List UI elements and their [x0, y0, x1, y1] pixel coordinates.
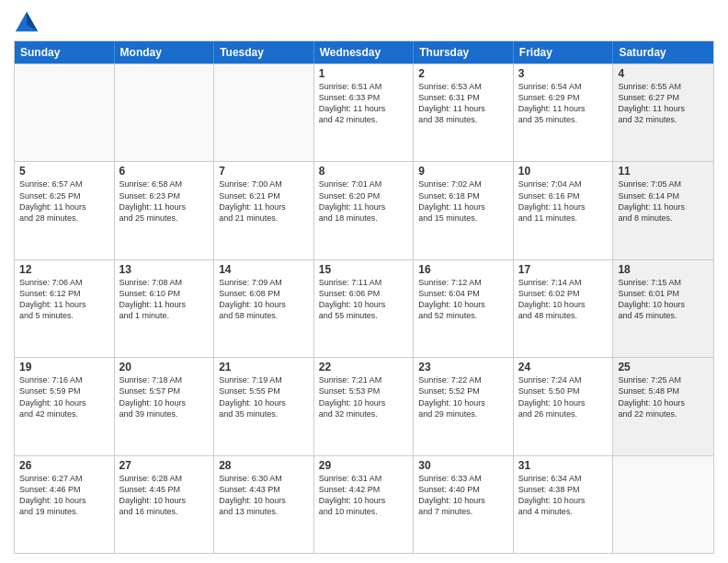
cell-text: Sunrise: 7:21 AM Sunset: 5:53 PM Dayligh…: [319, 374, 409, 419]
cell-text: Sunrise: 6:51 AM Sunset: 6:33 PM Dayligh…: [319, 81, 409, 126]
cal-cell: 24Sunrise: 7:24 AM Sunset: 5:50 PM Dayli…: [514, 358, 614, 454]
cal-cell: 15Sunrise: 7:11 AM Sunset: 6:06 PM Dayli…: [314, 260, 415, 357]
cell-text: Sunrise: 7:25 AM Sunset: 5:48 PM Dayligh…: [618, 374, 709, 419]
day-number: 15: [319, 263, 409, 276]
cell-text: Sunrise: 7:14 AM Sunset: 6:02 PM Dayligh…: [518, 277, 609, 322]
cell-text: Sunrise: 6:31 AM Sunset: 4:42 PM Dayligh…: [319, 473, 409, 518]
cal-header-saturday: Saturday: [613, 41, 713, 63]
cal-cell: [214, 64, 314, 161]
cal-header-friday: Friday: [514, 41, 614, 63]
day-number: 1: [319, 67, 409, 80]
cell-text: Sunrise: 7:18 AM Sunset: 5:57 PM Dayligh…: [119, 374, 210, 419]
day-number: 27: [119, 459, 210, 472]
day-number: 4: [618, 67, 709, 80]
cell-text: Sunrise: 6:30 AM Sunset: 4:43 PM Dayligh…: [219, 473, 309, 518]
cal-header-sunday: Sunday: [15, 41, 115, 63]
day-number: 23: [418, 361, 508, 373]
cal-cell: 20Sunrise: 7:18 AM Sunset: 5:57 PM Dayli…: [115, 358, 215, 454]
cell-text: Sunrise: 7:08 AM Sunset: 6:10 PM Dayligh…: [119, 277, 210, 322]
cal-cell: 21Sunrise: 7:19 AM Sunset: 5:55 PM Dayli…: [214, 358, 314, 454]
cal-week-4: 19Sunrise: 7:16 AM Sunset: 5:59 PM Dayli…: [15, 357, 713, 454]
cal-cell: 22Sunrise: 7:21 AM Sunset: 5:53 PM Dayli…: [314, 358, 415, 454]
cal-week-5: 26Sunrise: 6:27 AM Sunset: 4:46 PM Dayli…: [15, 455, 713, 553]
day-number: 12: [19, 263, 109, 276]
cell-text: Sunrise: 7:15 AM Sunset: 6:01 PM Dayligh…: [618, 277, 709, 322]
cell-text: Sunrise: 6:34 AM Sunset: 4:38 PM Dayligh…: [518, 473, 609, 518]
day-number: 25: [618, 361, 709, 373]
page: SundayMondayTuesdayWednesdayThursdayFrid…: [0, 0, 728, 563]
header: [14, 9, 714, 35]
day-number: 9: [418, 165, 508, 178]
day-number: 6: [119, 165, 210, 178]
day-number: 24: [518, 361, 609, 373]
day-number: 13: [119, 263, 210, 276]
cal-cell: 13Sunrise: 7:08 AM Sunset: 6:10 PM Dayli…: [115, 260, 215, 357]
cal-cell: 31Sunrise: 6:34 AM Sunset: 4:38 PM Dayli…: [514, 456, 614, 553]
day-number: 14: [219, 263, 309, 276]
cell-text: Sunrise: 6:28 AM Sunset: 4:45 PM Dayligh…: [119, 473, 210, 518]
cell-text: Sunrise: 6:55 AM Sunset: 6:27 PM Dayligh…: [618, 81, 709, 126]
day-number: 28: [219, 459, 309, 472]
cell-text: Sunrise: 6:27 AM Sunset: 4:46 PM Dayligh…: [19, 473, 109, 518]
cal-cell: 18Sunrise: 7:15 AM Sunset: 6:01 PM Dayli…: [613, 260, 713, 357]
cal-cell: 28Sunrise: 6:30 AM Sunset: 4:43 PM Dayli…: [214, 456, 314, 553]
cal-header-thursday: Thursday: [414, 41, 514, 63]
cell-text: Sunrise: 7:11 AM Sunset: 6:06 PM Dayligh…: [319, 277, 409, 322]
logo: [14, 9, 43, 35]
cal-cell: 5Sunrise: 6:57 AM Sunset: 6:25 PM Daylig…: [15, 162, 115, 259]
day-number: 26: [19, 459, 109, 472]
cell-text: Sunrise: 7:00 AM Sunset: 6:21 PM Dayligh…: [219, 178, 309, 224]
cal-header-tuesday: Tuesday: [214, 41, 314, 63]
cal-cell: 17Sunrise: 7:14 AM Sunset: 6:02 PM Dayli…: [514, 260, 614, 357]
day-number: 18: [618, 263, 709, 276]
calendar: SundayMondayTuesdayWednesdayThursdayFrid…: [14, 40, 714, 554]
cell-text: Sunrise: 6:53 AM Sunset: 6:31 PM Dayligh…: [418, 81, 508, 126]
day-number: 11: [618, 165, 709, 178]
cal-cell: 26Sunrise: 6:27 AM Sunset: 4:46 PM Dayli…: [15, 456, 115, 553]
cal-week-1: 1Sunrise: 6:51 AM Sunset: 6:33 PM Daylig…: [15, 63, 713, 161]
cell-text: Sunrise: 6:58 AM Sunset: 6:23 PM Dayligh…: [119, 178, 210, 224]
cell-text: Sunrise: 6:57 AM Sunset: 6:25 PM Dayligh…: [19, 178, 109, 224]
cal-cell: 9Sunrise: 7:02 AM Sunset: 6:18 PM Daylig…: [414, 162, 514, 259]
cell-text: Sunrise: 6:54 AM Sunset: 6:29 PM Dayligh…: [518, 81, 609, 126]
cal-cell: 8Sunrise: 7:01 AM Sunset: 6:20 PM Daylig…: [314, 162, 415, 259]
day-number: 17: [518, 263, 609, 276]
cal-cell: 7Sunrise: 7:00 AM Sunset: 6:21 PM Daylig…: [214, 162, 314, 259]
calendar-body: 1Sunrise: 6:51 AM Sunset: 6:33 PM Daylig…: [15, 63, 713, 553]
cal-cell: 6Sunrise: 6:58 AM Sunset: 6:23 PM Daylig…: [115, 162, 215, 259]
logo-icon: [14, 9, 40, 35]
calendar-header-row: SundayMondayTuesdayWednesdayThursdayFrid…: [15, 41, 713, 63]
cell-text: Sunrise: 7:04 AM Sunset: 6:16 PM Dayligh…: [518, 178, 609, 224]
cal-cell: 16Sunrise: 7:12 AM Sunset: 6:04 PM Dayli…: [414, 260, 514, 357]
day-number: 3: [518, 67, 609, 80]
day-number: 21: [219, 361, 309, 373]
day-number: 7: [219, 165, 309, 178]
cell-text: Sunrise: 7:19 AM Sunset: 5:55 PM Dayligh…: [219, 374, 309, 419]
cell-text: Sunrise: 7:09 AM Sunset: 6:08 PM Dayligh…: [219, 277, 309, 322]
cell-text: Sunrise: 7:01 AM Sunset: 6:20 PM Dayligh…: [319, 178, 409, 224]
cal-cell: [613, 456, 713, 553]
cell-text: Sunrise: 7:05 AM Sunset: 6:14 PM Dayligh…: [618, 178, 709, 224]
day-number: 20: [119, 361, 210, 373]
cal-cell: 11Sunrise: 7:05 AM Sunset: 6:14 PM Dayli…: [613, 162, 713, 259]
cal-header-wednesday: Wednesday: [314, 41, 415, 63]
day-number: 19: [19, 361, 109, 373]
cal-cell: 1Sunrise: 6:51 AM Sunset: 6:33 PM Daylig…: [314, 64, 415, 161]
cal-cell: [15, 64, 115, 161]
cal-header-monday: Monday: [115, 41, 215, 63]
cell-text: Sunrise: 7:24 AM Sunset: 5:50 PM Dayligh…: [518, 374, 609, 419]
cal-cell: 2Sunrise: 6:53 AM Sunset: 6:31 PM Daylig…: [414, 64, 514, 161]
cal-cell: 23Sunrise: 7:22 AM Sunset: 5:52 PM Dayli…: [414, 358, 514, 454]
day-number: 5: [19, 165, 109, 178]
cell-text: Sunrise: 7:16 AM Sunset: 5:59 PM Dayligh…: [19, 374, 109, 419]
day-number: 8: [319, 165, 409, 178]
cell-text: Sunrise: 7:22 AM Sunset: 5:52 PM Dayligh…: [418, 374, 508, 419]
cell-text: Sunrise: 7:12 AM Sunset: 6:04 PM Dayligh…: [418, 277, 508, 322]
day-number: 2: [418, 67, 508, 80]
day-number: 31: [518, 459, 609, 472]
day-number: 30: [418, 459, 508, 472]
cell-text: Sunrise: 7:06 AM Sunset: 6:12 PM Dayligh…: [19, 277, 109, 322]
cell-text: Sunrise: 7:02 AM Sunset: 6:18 PM Dayligh…: [418, 178, 508, 224]
day-number: 16: [418, 263, 508, 276]
cal-cell: 19Sunrise: 7:16 AM Sunset: 5:59 PM Dayli…: [15, 358, 115, 454]
